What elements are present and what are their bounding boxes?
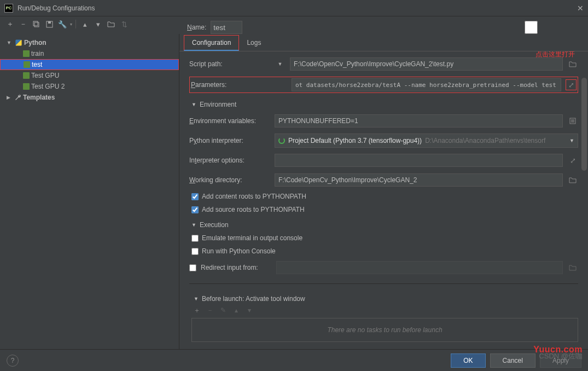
interpreter-select[interactable]: Project Default (Python 3.7 (tensorflow-… bbox=[275, 134, 578, 148]
interp-options-label: Interpreter options: bbox=[189, 156, 270, 164]
caret-down-icon: ▼ bbox=[7, 40, 13, 45]
add-source-roots-checkbox[interactable]: Add source roots to PYTHONPATH bbox=[189, 206, 578, 213]
folder-icon[interactable] bbox=[106, 19, 117, 30]
env-vars-label: Environment variables: bbox=[189, 117, 270, 125]
window-title: Run/Debug Configurations bbox=[18, 4, 577, 12]
parameters-input[interactable] bbox=[292, 78, 561, 91]
watermark-csdn: CSDN @佐咖 bbox=[539, 351, 583, 361]
interp-options-input[interactable] bbox=[275, 154, 563, 167]
name-input[interactable] bbox=[211, 21, 242, 34]
title-bar: PC Run/Debug Configurations ✕ bbox=[0, 0, 588, 16]
tree-item-test[interactable]: test bbox=[0, 59, 179, 70]
interpreter-row: Python interpreter: Project Default (Pyt… bbox=[189, 134, 578, 148]
move-down-button: ▾ bbox=[244, 305, 255, 316]
pycharm-icon: PC bbox=[4, 4, 13, 13]
toolbar-separator bbox=[75, 20, 76, 28]
workdir-input[interactable] bbox=[275, 173, 563, 187]
python-file-icon bbox=[23, 83, 30, 90]
python-file-icon bbox=[23, 72, 30, 79]
script-path-label: Script path: bbox=[189, 60, 270, 68]
workdir-label: Working directory: bbox=[189, 176, 270, 184]
caret-right-icon: ▶ bbox=[7, 95, 13, 100]
tree-item-test-gpu[interactable]: Test GPU bbox=[0, 70, 179, 81]
dialog-footer: ? OK Cancel Apply bbox=[0, 349, 588, 371]
move-up-button[interactable]: ▴ bbox=[79, 19, 90, 30]
copy-config-button[interactable] bbox=[31, 19, 42, 30]
redirect-label: Redirect input from: bbox=[201, 264, 272, 271]
execution-section[interactable]: ▼Execution bbox=[189, 221, 578, 229]
config-tree: ▼ Python train test Test GPU Test GPU 2 … bbox=[0, 34, 179, 349]
add-content-roots-checkbox[interactable]: Add content roots to PYTHONPATH bbox=[189, 193, 578, 200]
name-label: Name: bbox=[187, 24, 206, 31]
cancel-button[interactable]: Cancel bbox=[490, 353, 535, 368]
help-button[interactable]: ? bbox=[7, 355, 19, 367]
expand-icon[interactable]: ⤢ bbox=[566, 79, 577, 90]
remove-config-button[interactable]: － bbox=[18, 19, 28, 30]
workdir-row: Working directory: bbox=[189, 173, 578, 187]
redirect-checkbox[interactable] bbox=[189, 264, 196, 271]
tab-logs[interactable]: Logs bbox=[239, 36, 269, 51]
env-vars-row: Environment variables: bbox=[189, 114, 578, 128]
edit-task-button: ✎ bbox=[218, 305, 229, 316]
content-panel: Configuration Logs 点击这里打开 Script path: ▼… bbox=[179, 34, 588, 349]
before-launch-panel: ▼Before launch: Activate tool window ＋ －… bbox=[189, 293, 578, 342]
folder-icon bbox=[567, 262, 578, 273]
config-form: 点击这里打开 Script path: ▼ Parameters: ⤢ ▼Env… bbox=[179, 51, 588, 349]
scrollbar-thumb[interactable] bbox=[581, 78, 587, 171]
loading-icon bbox=[278, 137, 285, 144]
folder-icon[interactable] bbox=[567, 59, 578, 69]
expand-icon[interactable]: ⤢ bbox=[567, 155, 578, 166]
wrench-icon bbox=[15, 94, 21, 101]
sort-icon: ⇅ bbox=[119, 19, 130, 30]
remove-task-button: － bbox=[205, 305, 216, 316]
add-task-button[interactable]: ＋ bbox=[191, 305, 202, 316]
interpreter-label: Python interpreter: bbox=[189, 137, 270, 144]
annotation-click-here: 点击这里打开 bbox=[535, 51, 575, 59]
vertical-scrollbar[interactable] bbox=[581, 78, 587, 326]
save-config-button[interactable] bbox=[44, 19, 55, 30]
caret-down-icon: ▼ bbox=[194, 296, 199, 302]
move-down-button[interactable]: ▾ bbox=[92, 19, 103, 30]
python-console-checkbox[interactable]: Run with Python Console bbox=[189, 247, 578, 255]
main-area: ▼ Python train test Test GPU Test GPU 2 … bbox=[0, 34, 588, 349]
script-path-row: Script path: ▼ bbox=[189, 57, 578, 71]
parameters-row: Parameters: ⤢ bbox=[189, 77, 578, 93]
tree-item-test-gpu-2[interactable]: Test GPU 2 bbox=[0, 81, 179, 92]
caret-down-icon: ▼ bbox=[191, 102, 196, 107]
add-config-button[interactable]: ＋ bbox=[4, 19, 15, 30]
tree-templates[interactable]: ▶ Templates bbox=[0, 92, 179, 103]
chevron-down-icon: ▼ bbox=[569, 138, 574, 143]
before-launch-empty: There are no tasks to run before launch bbox=[191, 318, 578, 342]
script-path-input[interactable] bbox=[290, 57, 563, 71]
svg-rect-0 bbox=[33, 21, 38, 26]
svg-rect-1 bbox=[34, 22, 39, 27]
emulate-terminal-checkbox[interactable]: Emulate terminal in output console bbox=[189, 234, 578, 242]
before-launch-toolbar: ＋ － ✎ ▴ ▾ bbox=[191, 303, 578, 318]
config-tabs: Configuration Logs bbox=[179, 34, 588, 51]
chevron-down-icon[interactable]: ▼ bbox=[275, 61, 286, 67]
before-launch-section[interactable]: ▼Before launch: Activate tool window bbox=[191, 295, 578, 303]
tab-configuration[interactable]: Configuration bbox=[184, 35, 239, 51]
name-bar: Name: Share through VCS ? Allow parallel… bbox=[187, 19, 581, 36]
tree-item-train[interactable]: train bbox=[0, 48, 179, 59]
redirect-input-row: Redirect input from: bbox=[189, 260, 578, 275]
env-vars-input[interactable] bbox=[275, 114, 563, 127]
parameters-label: Parameters: bbox=[191, 81, 272, 89]
move-up-button: ▴ bbox=[231, 305, 242, 316]
caret-down-icon: ▼ bbox=[191, 222, 196, 228]
interp-options-row: Interpreter options: ⤢ bbox=[189, 153, 578, 167]
python-icon bbox=[15, 39, 22, 47]
redirect-input bbox=[276, 261, 563, 274]
python-file-icon bbox=[23, 50, 30, 57]
folder-icon[interactable] bbox=[567, 175, 578, 186]
list-icon[interactable] bbox=[567, 115, 578, 126]
tree-python[interactable]: ▼ Python bbox=[0, 37, 179, 48]
close-icon[interactable]: ✕ bbox=[577, 4, 584, 13]
wrench-icon[interactable]: 🔧 bbox=[57, 19, 68, 30]
divider bbox=[189, 283, 578, 284]
python-file-icon bbox=[24, 61, 30, 68]
ok-button[interactable]: OK bbox=[451, 353, 485, 368]
environment-section[interactable]: ▼Environment bbox=[189, 101, 578, 108]
svg-rect-3 bbox=[48, 21, 51, 24]
